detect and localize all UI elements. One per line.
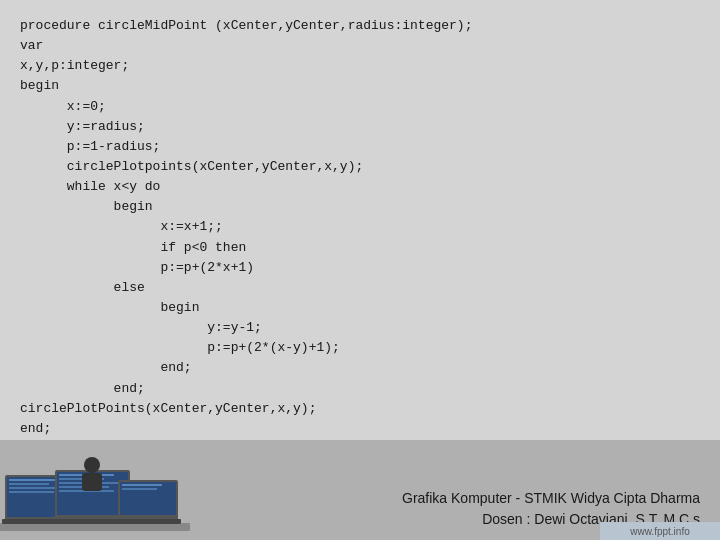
code-display: procedure circleMidPoint (xCenter,yCente… bbox=[20, 16, 700, 439]
url-bar: www.fppt.info bbox=[600, 522, 720, 540]
svg-rect-18 bbox=[122, 484, 162, 486]
code-area: procedure circleMidPoint (xCenter,yCente… bbox=[0, 0, 720, 440]
svg-rect-17 bbox=[120, 482, 176, 515]
bottom-bar: Grafika Komputer - STMIK Widya Cipta Dha… bbox=[0, 440, 720, 540]
svg-rect-0 bbox=[0, 523, 190, 531]
footer-url: www.fppt.info bbox=[630, 526, 689, 537]
svg-rect-20 bbox=[115, 519, 181, 524]
svg-rect-6 bbox=[9, 491, 54, 493]
svg-rect-19 bbox=[122, 488, 157, 490]
branding-line1: Grafika Komputer - STMIK Widya Cipta Dha… bbox=[402, 488, 700, 509]
svg-point-21 bbox=[84, 457, 100, 473]
svg-rect-4 bbox=[9, 483, 49, 485]
laptop-image bbox=[0, 440, 200, 540]
svg-rect-3 bbox=[9, 479, 59, 481]
svg-rect-22 bbox=[82, 473, 102, 491]
